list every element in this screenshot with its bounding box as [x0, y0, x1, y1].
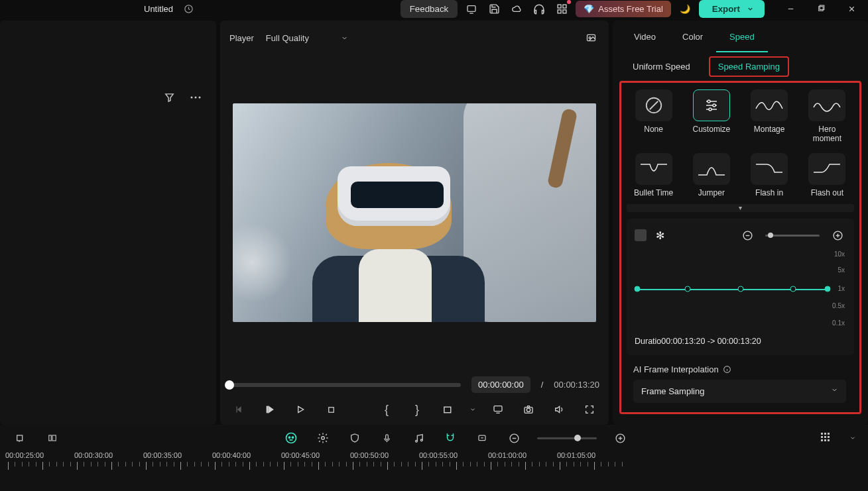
export-button[interactable]: Export [699, 0, 765, 18]
minimize-icon[interactable] [782, 1, 799, 18]
tab-color[interactable]: Color [669, 23, 716, 52]
keyframe-toggle[interactable] [635, 229, 647, 241]
assets-trial-button[interactable]: 💎 Assets Free Trial [576, 1, 671, 17]
shield-icon[interactable] [346, 429, 363, 447]
svg-point-36 [420, 439, 422, 441]
keyframe-node[interactable] [635, 286, 641, 292]
expand-presets[interactable]: ▾ [627, 204, 854, 212]
step-back-icon[interactable] [261, 401, 279, 418]
tab-video[interactable]: Video [621, 23, 669, 52]
speed-graph[interactable]: 10x 5x 1x 0.5x 0.1x [635, 250, 846, 330]
ramp-editor: ✻ 10x 5x 1x 0.5x 0.1x [627, 219, 854, 355]
marker-icon[interactable] [473, 429, 491, 447]
filter-icon[interactable] [160, 89, 178, 106]
crop-icon[interactable] [439, 401, 456, 418]
player-panel: Player Full Quality [220, 21, 609, 425]
time-duration: 00:00:13:20 [554, 380, 599, 390]
svg-rect-40 [821, 433, 823, 435]
player-label: Player [229, 33, 254, 43]
monitor-icon[interactable] [463, 1, 480, 18]
tl-zoom-out-icon[interactable] [505, 429, 523, 447]
subtab-uniform[interactable]: Uniform Speed [623, 56, 700, 77]
zoom-out-icon[interactable] [739, 227, 756, 244]
save-icon[interactable] [485, 1, 503, 18]
theme-icon[interactable]: 🌙 [676, 1, 694, 18]
preset-flashin[interactable]: Flash in [747, 153, 792, 198]
mark-in-icon[interactable]: { [378, 401, 395, 418]
display-icon[interactable] [489, 401, 507, 418]
mark-out-icon[interactable]: } [408, 401, 426, 418]
ruler-time: 00:00:55:00 [419, 451, 488, 459]
project-title: Untitled [144, 4, 173, 14]
stop-icon[interactable] [322, 401, 340, 418]
svg-rect-14 [267, 407, 267, 413]
preset-hero[interactable]: Hero moment [804, 89, 850, 144]
svg-rect-42 [828, 433, 830, 435]
gem-icon: 💎 [584, 4, 594, 14]
chevron-down-icon[interactable] [849, 435, 856, 441]
preset-customize[interactable]: Customize [688, 89, 734, 144]
more-icon[interactable] [187, 89, 204, 106]
keyframe-node[interactable] [684, 286, 690, 292]
ruler-time: 00:00:40:00 [212, 451, 281, 459]
graph-zoom-slider[interactable] [765, 235, 820, 237]
tab-speed[interactable]: Speed [716, 23, 768, 52]
prev-frame-icon[interactable] [231, 401, 248, 418]
scrub-slider[interactable] [229, 383, 461, 387]
keyframe-node[interactable] [790, 286, 796, 292]
chevron-down-icon[interactable] [469, 406, 476, 413]
bot-icon[interactable] [282, 429, 300, 447]
gear-icon[interactable] [314, 429, 332, 447]
svg-rect-28 [49, 435, 52, 441]
quality-select[interactable]: Full Quality [266, 33, 348, 43]
mic-icon[interactable] [378, 429, 395, 447]
subtab-ramping[interactable]: Speed Ramping [709, 56, 789, 77]
track-size-icon[interactable] [818, 429, 835, 447]
close-icon[interactable] [843, 1, 860, 18]
preset-bullet[interactable]: Bullet Time [631, 153, 676, 198]
snapshot-icon[interactable] [582, 29, 599, 46]
svg-point-19 [527, 408, 530, 411]
preview-viewport[interactable] [220, 55, 609, 370]
ai-interpolation-label: AI Frame Interpolation [633, 364, 719, 374]
ai-interpolation-select[interactable]: Frame Sampling [633, 380, 846, 403]
svg-rect-47 [824, 439, 826, 441]
preset-none[interactable]: None [631, 89, 676, 144]
duration-text: Duratio00:00:13:20 -> 00:00:13:20 [635, 337, 846, 346]
preset-flashout[interactable]: Flash out [804, 153, 850, 198]
preset-jumper[interactable]: Jumper [688, 153, 734, 198]
svg-point-22 [713, 104, 715, 107]
svg-rect-27 [17, 435, 23, 441]
svg-point-32 [292, 437, 293, 438]
timeline-zoom-slider[interactable] [537, 437, 597, 439]
magnet-icon[interactable] [442, 429, 459, 447]
cloud-icon[interactable] [508, 1, 525, 18]
apps-icon[interactable] [553, 1, 570, 18]
play-icon[interactable] [292, 401, 309, 418]
keyframe-node[interactable] [825, 286, 831, 292]
headphones-icon[interactable] [530, 1, 548, 18]
fullscreen-icon[interactable] [581, 401, 598, 418]
info-icon[interactable] [723, 365, 731, 374]
tl-zoom-in-icon[interactable] [611, 429, 629, 447]
maximize-icon[interactable] [812, 1, 830, 18]
svg-point-21 [708, 100, 710, 103]
camera-icon[interactable] [520, 401, 537, 418]
svg-point-23 [709, 108, 712, 111]
timeline-pin-icon[interactable] [12, 429, 29, 447]
timeline-ruler[interactable]: 00:00:25:0000:00:30:0000:00:35:0000:00:4… [0, 451, 868, 491]
svg-rect-17 [494, 406, 502, 411]
keyframe-node[interactable] [737, 286, 743, 292]
snowflake-icon[interactable]: ✻ [656, 229, 664, 242]
timeline-layout-icon[interactable] [44, 429, 61, 447]
svg-rect-2 [558, 5, 561, 8]
preset-montage[interactable]: Montage [747, 89, 792, 144]
volume-icon[interactable] [550, 401, 568, 418]
history-icon[interactable] [180, 1, 197, 18]
music-icon[interactable] [410, 429, 427, 447]
svg-rect-41 [824, 433, 826, 435]
zoom-in-icon[interactable] [829, 227, 846, 244]
ruler-time: 00:01:00:00 [488, 451, 557, 459]
feedback-button[interactable]: Feedback [401, 0, 458, 18]
topbar: Untitled Feedback 💎 Assets Free Trial 🌙 … [0, 0, 868, 18]
